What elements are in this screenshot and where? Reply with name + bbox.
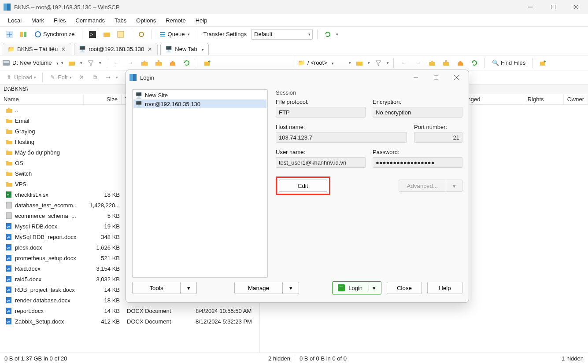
menu-commands[interactable]: Commands (71, 15, 109, 26)
chevron-down-icon: ▾ (34, 75, 36, 80)
delete-icon[interactable]: ✕ (76, 72, 88, 83)
nav-up-icon[interactable] (426, 57, 438, 69)
svg-rect-26 (356, 62, 362, 66)
local-drive-selector[interactable]: D: New Volume (3, 57, 59, 69)
nav-refresh-icon[interactable] (469, 57, 480, 69)
nav-refresh-icon[interactable] (181, 57, 192, 69)
list-item[interactable]: Wreport.docx14 KBDOCX Document8/4/2024 1… (0, 305, 259, 316)
login-dropdown-button[interactable]: ▾ (369, 285, 376, 291)
site-item[interactable]: 🖥️ root@192.168.35.130 (133, 99, 266, 108)
nav-home-icon[interactable] (455, 57, 466, 69)
edit-site-button[interactable]: Edit (279, 180, 327, 192)
host-field: 103.74.123.7 (276, 132, 407, 143)
docx-file-icon: W (5, 307, 12, 314)
nav-forward-icon[interactable]: → (412, 57, 424, 69)
window-close-button[interactable] (566, 0, 586, 14)
chevron-down-icon (55, 59, 59, 66)
toolbar-putty-icon[interactable] (115, 29, 126, 40)
nav-up-icon[interactable] (139, 57, 150, 69)
file-protocol-value: FTP (279, 109, 290, 116)
svg-text:W: W (7, 235, 10, 239)
toolbar-queue[interactable]: Queue ▾ (156, 29, 192, 40)
dialog-close-button[interactable] (447, 71, 465, 84)
login-button[interactable]: Login ▾ (332, 281, 381, 294)
session-tab[interactable]: 📁 BKNS – Tài liệu ✕ (3, 43, 71, 55)
file-size: 14 KB (85, 287, 123, 293)
manage-button-label: Manage (248, 285, 269, 291)
toolbar-refresh-icon[interactable] (322, 29, 333, 40)
nav-root-icon[interactable] (153, 57, 164, 69)
col-name[interactable]: Name (0, 94, 84, 104)
col-owner[interactable]: Owner (564, 94, 588, 104)
toolbar-separator (197, 29, 197, 39)
help-button[interactable]: Help (427, 282, 462, 294)
status-left-selection: 0 B of 1.37 GB in 0 of 20 (4, 355, 67, 362)
chevron-down-icon[interactable]: ▾ (368, 61, 370, 65)
toolbar-compare-icon[interactable] (18, 29, 29, 40)
edit-button[interactable]: ✎ Edit ▾ (46, 72, 74, 83)
rename-icon[interactable]: ⇢ (103, 72, 114, 83)
open-folder-icon[interactable] (66, 57, 78, 69)
close-icon[interactable]: ✕ (147, 46, 153, 52)
chevron-down-icon[interactable]: ▾ (99, 61, 101, 65)
chevron-down-icon[interactable]: ▾ (349, 61, 351, 65)
menu-files[interactable]: Files (49, 15, 70, 26)
nav-forward-icon[interactable]: → (125, 57, 136, 69)
nav-back-icon[interactable]: ← (111, 57, 122, 69)
menu-options[interactable]: Options (132, 15, 160, 26)
filter-icon[interactable] (85, 57, 96, 69)
manage-dropdown-button[interactable]: ▾ (283, 282, 299, 294)
col-rights[interactable]: Rights (524, 94, 564, 104)
nav-back-icon[interactable]: ← (398, 57, 410, 69)
list-item[interactable]: WZabbix_Setup.docx412 KBDOCX Document8/1… (0, 316, 259, 327)
file-name: database_test_ecomm... (15, 202, 78, 209)
window-minimize-button[interactable] (520, 0, 540, 14)
chevron-down-icon[interactable]: ▾ (80, 61, 82, 65)
parent-dir-icon (5, 107, 12, 114)
login-button-label: Login (348, 285, 362, 291)
nav-root-icon[interactable] (440, 57, 452, 69)
toolbar-terminal-icon[interactable]: > (87, 29, 98, 40)
upload-button[interactable]: ⇧ Upload ▾ (3, 72, 39, 83)
remote-folder-selector[interactable]: 📁 / <root> (298, 57, 346, 69)
dialog-minimize-button[interactable] (407, 71, 425, 84)
dialog-title: Login (140, 74, 407, 81)
site-list[interactable]: 🖥️ New Site 🖥️ root@192.168.35.130 (132, 89, 268, 278)
open-folder-icon[interactable] (354, 57, 365, 69)
toolbar-preferences-icon[interactable] (136, 29, 147, 40)
chevron-down-icon[interactable]: ▾ (61, 61, 63, 65)
svg-rect-17 (160, 36, 165, 37)
queue-icon (159, 31, 166, 38)
nav-home-icon[interactable] (167, 57, 178, 69)
find-files-button[interactable]: 🔍 Find Files (489, 57, 528, 69)
chevron-down-icon[interactable] (200, 46, 204, 52)
menu-tabs[interactable]: Tabs (110, 15, 131, 26)
menu-local[interactable]: Local (4, 15, 26, 26)
advanced-button-label: Advanced... (407, 183, 438, 189)
session-tab-new[interactable]: 🖥️ New Tab (160, 43, 208, 55)
tools-button[interactable]: Tools (132, 282, 181, 294)
menu-help[interactable]: Help (191, 15, 212, 26)
site-item-new[interactable]: 🖥️ New Site (133, 91, 266, 99)
bookmark-add-icon[interactable]: + (202, 57, 213, 69)
chevron-down-icon[interactable]: ▾ (387, 61, 389, 65)
properties-icon[interactable]: ⧉ (89, 72, 101, 83)
svg-text:+: + (544, 59, 546, 64)
chevron-down-icon (330, 59, 334, 66)
transfer-settings-select[interactable]: Default (251, 29, 313, 40)
col-size[interactable]: Size (84, 94, 122, 104)
tools-dropdown-button[interactable]: ▾ (181, 282, 197, 294)
bookmark-add-icon[interactable]: + (537, 57, 549, 69)
toolbar-explorer-icon[interactable] (101, 29, 112, 40)
status-bar: 0 B of 1.37 GB in 0 of 20 2 hidden 0 B o… (0, 353, 588, 364)
session-tab[interactable]: 🖥️ root@192.168.35.130 ✕ (74, 43, 158, 55)
menu-mark[interactable]: Mark (27, 15, 48, 26)
toolbar-sync-browse-icon[interactable] (4, 29, 15, 40)
close-button[interactable]: Close (387, 282, 422, 294)
close-icon[interactable]: ✕ (60, 46, 67, 52)
filter-icon[interactable] (373, 57, 384, 69)
window-maximize-button[interactable] (543, 0, 563, 14)
menu-remote[interactable]: Remote (161, 15, 190, 26)
manage-button[interactable]: Manage (234, 282, 283, 294)
toolbar-synchronize[interactable]: Synchronize (32, 29, 78, 40)
